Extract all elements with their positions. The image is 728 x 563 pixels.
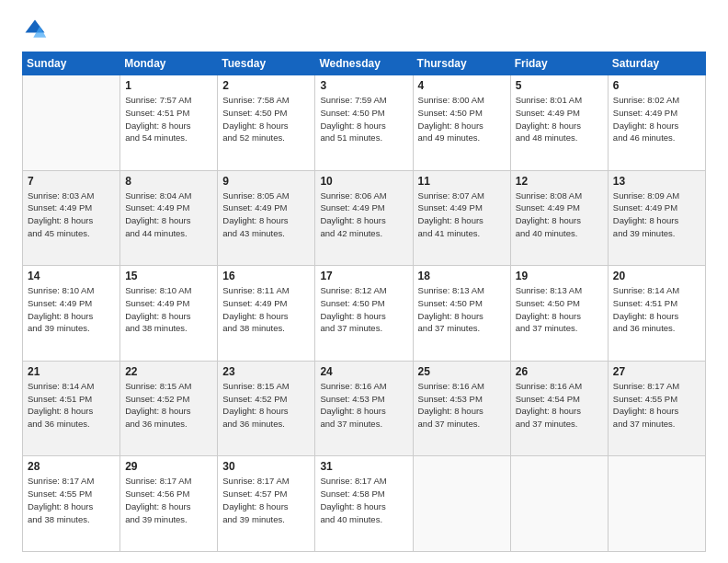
day-number: 26 xyxy=(516,365,603,378)
day-number: 19 xyxy=(516,270,603,282)
weekday-saturday: Saturday xyxy=(608,52,705,75)
day-number: 30 xyxy=(222,460,310,473)
table-row: 31Sunrise: 8:17 AM Sunset: 4:58 PM Dayli… xyxy=(315,456,413,552)
calendar-week-row: 1Sunrise: 7:57 AM Sunset: 4:51 PM Daylig… xyxy=(23,75,706,171)
table-row: 2Sunrise: 7:58 AM Sunset: 4:50 PM Daylig… xyxy=(218,75,315,171)
day-info: Sunrise: 8:10 AM Sunset: 4:49 PM Dayligh… xyxy=(28,284,115,335)
table-row: 11Sunrise: 8:07 AM Sunset: 4:49 PM Dayli… xyxy=(413,170,510,266)
day-info: Sunrise: 8:14 AM Sunset: 4:51 PM Dayligh… xyxy=(28,380,115,431)
day-number: 5 xyxy=(516,79,603,92)
day-number: 6 xyxy=(613,79,700,92)
day-info: Sunrise: 8:17 AM Sunset: 4:57 PM Dayligh… xyxy=(222,475,310,525)
weekday-sunday: Sunday xyxy=(23,52,120,75)
day-number: 29 xyxy=(125,460,212,473)
day-info: Sunrise: 8:15 AM Sunset: 4:52 PM Dayligh… xyxy=(222,380,310,431)
day-number: 22 xyxy=(125,365,212,378)
day-number: 31 xyxy=(320,460,407,473)
day-number: 24 xyxy=(320,365,407,378)
day-number: 18 xyxy=(418,270,506,282)
table-row xyxy=(413,456,510,552)
table-row: 12Sunrise: 8:08 AM Sunset: 4:49 PM Dayli… xyxy=(510,170,608,266)
table-row: 16Sunrise: 8:11 AM Sunset: 4:49 PM Dayli… xyxy=(218,266,315,362)
table-row: 13Sunrise: 8:09 AM Sunset: 4:49 PM Dayli… xyxy=(608,170,705,266)
table-row: 3Sunrise: 7:59 AM Sunset: 4:50 PM Daylig… xyxy=(315,75,413,171)
table-row: 1Sunrise: 7:57 AM Sunset: 4:51 PM Daylig… xyxy=(120,75,218,171)
day-info: Sunrise: 7:58 AM Sunset: 4:50 PM Dayligh… xyxy=(222,94,310,144)
weekday-monday: Monday xyxy=(120,52,218,75)
day-info: Sunrise: 8:04 AM Sunset: 4:49 PM Dayligh… xyxy=(125,190,212,240)
weekday-tuesday: Tuesday xyxy=(218,52,315,75)
day-info: Sunrise: 8:09 AM Sunset: 4:49 PM Dayligh… xyxy=(613,190,700,240)
day-info: Sunrise: 7:57 AM Sunset: 4:51 PM Dayligh… xyxy=(125,94,212,144)
logo xyxy=(22,17,51,42)
day-info: Sunrise: 8:17 AM Sunset: 4:55 PM Dayligh… xyxy=(28,475,115,525)
table-row: 14Sunrise: 8:10 AM Sunset: 4:49 PM Dayli… xyxy=(23,266,120,362)
table-row: 20Sunrise: 8:14 AM Sunset: 4:51 PM Dayli… xyxy=(608,266,705,362)
table-row: 22Sunrise: 8:15 AM Sunset: 4:52 PM Dayli… xyxy=(120,361,218,456)
calendar-week-row: 21Sunrise: 8:14 AM Sunset: 4:51 PM Dayli… xyxy=(23,361,706,456)
day-info: Sunrise: 8:17 AM Sunset: 4:56 PM Dayligh… xyxy=(125,475,212,525)
day-number: 1 xyxy=(125,79,212,92)
day-info: Sunrise: 8:14 AM Sunset: 4:51 PM Dayligh… xyxy=(613,284,700,335)
logo-icon xyxy=(22,17,48,42)
table-row: 10Sunrise: 8:06 AM Sunset: 4:49 PM Dayli… xyxy=(315,170,413,266)
table-row: 8Sunrise: 8:04 AM Sunset: 4:49 PM Daylig… xyxy=(120,170,218,266)
day-info: Sunrise: 8:03 AM Sunset: 4:49 PM Dayligh… xyxy=(28,190,115,240)
day-number: 2 xyxy=(222,79,310,92)
day-number: 28 xyxy=(28,460,115,473)
day-info: Sunrise: 8:00 AM Sunset: 4:50 PM Dayligh… xyxy=(418,94,506,144)
day-number: 25 xyxy=(418,365,506,378)
weekday-thursday: Thursday xyxy=(413,52,510,75)
weekday-header-row: SundayMondayTuesdayWednesdayThursdayFrid… xyxy=(23,52,706,75)
day-number: 17 xyxy=(320,270,407,282)
day-info: Sunrise: 8:15 AM Sunset: 4:52 PM Dayligh… xyxy=(125,380,212,431)
day-number: 11 xyxy=(418,175,506,188)
day-number: 4 xyxy=(418,79,506,92)
day-number: 15 xyxy=(125,270,212,282)
day-info: Sunrise: 7:59 AM Sunset: 4:50 PM Dayligh… xyxy=(320,94,407,144)
day-number: 3 xyxy=(320,79,407,92)
day-number: 16 xyxy=(222,270,310,282)
table-row: 25Sunrise: 8:16 AM Sunset: 4:53 PM Dayli… xyxy=(413,361,510,456)
day-info: Sunrise: 8:11 AM Sunset: 4:49 PM Dayligh… xyxy=(222,284,310,335)
table-row: 7Sunrise: 8:03 AM Sunset: 4:49 PM Daylig… xyxy=(23,170,120,266)
day-number: 27 xyxy=(613,365,700,378)
table-row: 29Sunrise: 8:17 AM Sunset: 4:56 PM Dayli… xyxy=(120,456,218,552)
table-row: 26Sunrise: 8:16 AM Sunset: 4:54 PM Dayli… xyxy=(510,361,608,456)
day-number: 21 xyxy=(28,365,115,378)
day-number: 20 xyxy=(613,270,700,282)
day-info: Sunrise: 8:13 AM Sunset: 4:50 PM Dayligh… xyxy=(418,284,506,335)
day-info: Sunrise: 8:13 AM Sunset: 4:50 PM Dayligh… xyxy=(516,284,603,335)
weekday-friday: Friday xyxy=(510,52,608,75)
day-info: Sunrise: 8:06 AM Sunset: 4:49 PM Dayligh… xyxy=(320,190,407,240)
table-row xyxy=(23,75,120,171)
day-info: Sunrise: 8:02 AM Sunset: 4:49 PM Dayligh… xyxy=(613,94,700,144)
calendar-week-row: 14Sunrise: 8:10 AM Sunset: 4:49 PM Dayli… xyxy=(23,266,706,362)
calendar-week-row: 7Sunrise: 8:03 AM Sunset: 4:49 PM Daylig… xyxy=(23,170,706,266)
day-number: 9 xyxy=(222,175,310,188)
table-row: 17Sunrise: 8:12 AM Sunset: 4:50 PM Dayli… xyxy=(315,266,413,362)
day-info: Sunrise: 8:01 AM Sunset: 4:49 PM Dayligh… xyxy=(516,94,603,144)
table-row: 19Sunrise: 8:13 AM Sunset: 4:50 PM Dayli… xyxy=(510,266,608,362)
day-info: Sunrise: 8:16 AM Sunset: 4:54 PM Dayligh… xyxy=(516,380,603,431)
table-row: 24Sunrise: 8:16 AM Sunset: 4:53 PM Dayli… xyxy=(315,361,413,456)
page: SundayMondayTuesdayWednesdayThursdayFrid… xyxy=(0,0,728,563)
table-row: 28Sunrise: 8:17 AM Sunset: 4:55 PM Dayli… xyxy=(23,456,120,552)
day-number: 10 xyxy=(320,175,407,188)
table-row: 5Sunrise: 8:01 AM Sunset: 4:49 PM Daylig… xyxy=(510,75,608,171)
day-info: Sunrise: 8:07 AM Sunset: 4:49 PM Dayligh… xyxy=(418,190,506,240)
day-info: Sunrise: 8:05 AM Sunset: 4:49 PM Dayligh… xyxy=(222,190,310,240)
day-info: Sunrise: 8:16 AM Sunset: 4:53 PM Dayligh… xyxy=(418,380,506,431)
day-number: 7 xyxy=(28,175,115,188)
table-row: 27Sunrise: 8:17 AM Sunset: 4:55 PM Dayli… xyxy=(608,361,705,456)
calendar-table: SundayMondayTuesdayWednesdayThursdayFrid… xyxy=(22,52,706,552)
day-info: Sunrise: 8:17 AM Sunset: 4:58 PM Dayligh… xyxy=(320,475,407,525)
weekday-wednesday: Wednesday xyxy=(315,52,413,75)
day-info: Sunrise: 8:10 AM Sunset: 4:49 PM Dayligh… xyxy=(125,284,212,335)
day-number: 13 xyxy=(613,175,700,188)
day-info: Sunrise: 8:08 AM Sunset: 4:49 PM Dayligh… xyxy=(516,190,603,240)
day-number: 23 xyxy=(222,365,310,378)
table-row xyxy=(608,456,705,552)
header xyxy=(22,17,706,42)
day-info: Sunrise: 8:12 AM Sunset: 4:50 PM Dayligh… xyxy=(320,284,407,335)
